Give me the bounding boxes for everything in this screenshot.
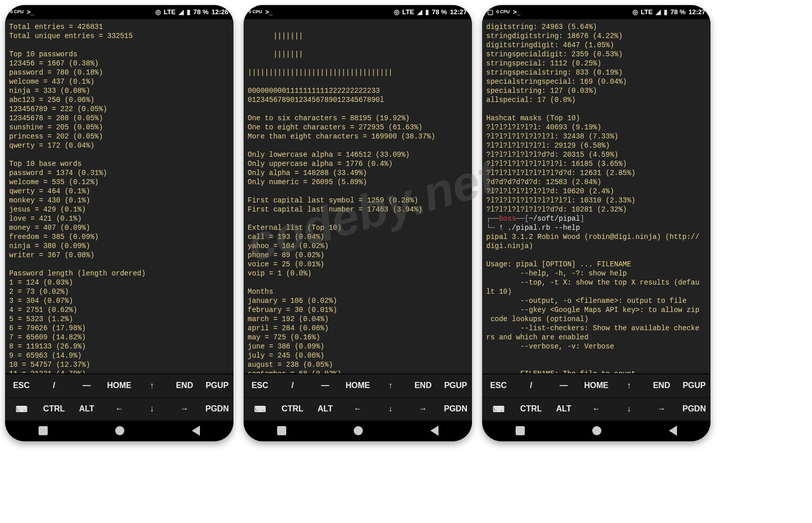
key-esc[interactable]: ESC	[244, 374, 276, 397]
terminal-output[interactable]: digitstring: 24963 (5.64%) stringdigitst…	[482, 19, 710, 373]
term3-body: digitstring: 24963 (5.64%) stringdigitst…	[486, 23, 635, 214]
key-keyboard[interactable]: ⌨	[244, 397, 276, 421]
nav-back-icon[interactable]	[430, 426, 438, 436]
clock: 12:27	[689, 8, 705, 16]
clock: 12:27	[450, 8, 467, 16]
key-left[interactable]: ←	[580, 397, 613, 421]
battery-icon: ▮	[187, 8, 190, 16]
nav-recents-icon[interactable]	[39, 426, 48, 435]
hotspot-icon: ◎	[394, 8, 399, 16]
key-up[interactable]: ↑	[136, 374, 168, 397]
android-nav-bar	[244, 421, 472, 441]
extra-keys: ESC / — HOME ↑ END PGUP ⌨ CTRL ALT ← ↓ →…	[244, 373, 472, 421]
cpu-icon: 0 CPU	[249, 10, 262, 14]
key-pgdn[interactable]: PGDN	[439, 397, 472, 421]
key-pgup[interactable]: PGUP	[678, 374, 710, 397]
key-pgdn[interactable]: PGDN	[678, 397, 710, 421]
status-bar: 0 CPU >_ ◎ LTE ◢ ▮ 78 % 12:27	[244, 5, 472, 19]
term3-help: pipal 3.1.2 Robin Wood (robin@digi.ninja…	[486, 233, 699, 373]
android-nav-bar	[482, 421, 710, 441]
battery-text: 78 %	[670, 8, 686, 16]
key-down[interactable]: ↓	[613, 397, 645, 421]
key-down[interactable]: ↓	[136, 397, 168, 421]
signal-icon: ◢	[179, 8, 184, 16]
prompt-dash: ──[	[516, 215, 529, 223]
hotspot-icon: ◎	[155, 8, 161, 16]
extra-keys: ESC / — HOME ↑ END PGUP ⌨ CTRL ALT ← ↓ →…	[5, 373, 233, 421]
key-pgdn[interactable]: PGDN	[201, 397, 233, 421]
key-left[interactable]: ←	[103, 397, 136, 421]
terminal-icon: >_	[513, 8, 521, 16]
phone-2: 0 CPU >_ ◎ LTE ◢ ▮ 78 % 12:27 ||||||| ||…	[244, 5, 472, 441]
nav-back-icon[interactable]	[192, 426, 200, 436]
android-nav-bar	[5, 421, 233, 441]
cpu-icon: 0 CPU	[496, 10, 510, 14]
screenshot-row: 0 CPU >_ ◎ LTE ◢ ▮ 78 % 12:26 Total entr…	[0, 0, 812, 446]
key-slash[interactable]: /	[38, 374, 70, 397]
terminal-icon: >_	[265, 8, 273, 16]
key-home[interactable]: HOME	[580, 374, 613, 397]
key-home[interactable]: HOME	[342, 374, 374, 397]
signal-icon: ◢	[656, 8, 661, 16]
key-right[interactable]: →	[407, 397, 439, 421]
key-end[interactable]: END	[168, 374, 200, 397]
battery-text: 78 %	[432, 8, 447, 16]
key-ctrl[interactable]: CTRL	[38, 397, 70, 421]
prompt-user: boss	[499, 215, 516, 223]
extra-keys-row-1: ESC / — HOME ↑ END PGUP	[5, 374, 233, 397]
key-ctrl[interactable]: CTRL	[515, 397, 547, 421]
extra-keys-row-1: ESC / — HOME ↑ END PGUP	[482, 374, 710, 397]
key-pgup[interactable]: PGUP	[439, 374, 472, 397]
key-up[interactable]: ↑	[374, 374, 407, 397]
key-right[interactable]: →	[168, 397, 200, 421]
terminal-icon: >_	[27, 8, 35, 16]
key-ctrl[interactable]: CTRL	[276, 397, 309, 421]
key-slash[interactable]: /	[515, 374, 547, 397]
prompt-close: ]	[580, 215, 584, 223]
key-dash[interactable]: —	[548, 374, 580, 397]
key-dash[interactable]: —	[309, 374, 342, 397]
key-end[interactable]: END	[645, 374, 678, 397]
cpu-icon: 0 CPU	[10, 10, 24, 14]
key-home[interactable]: HOME	[103, 374, 136, 397]
nav-back-icon[interactable]	[669, 426, 677, 436]
key-esc[interactable]: ESC	[5, 374, 38, 397]
key-alt[interactable]: ALT	[309, 397, 342, 421]
nav-recents-icon[interactable]	[277, 426, 286, 435]
key-pgup[interactable]: PGUP	[201, 374, 233, 397]
key-slash[interactable]: /	[276, 374, 309, 397]
status-bar: ▢ 0 CPU >_ ◎ LTE ◢ ▮ 78 % 12:27	[482, 5, 710, 19]
key-up[interactable]: ↑	[613, 374, 645, 397]
key-keyboard[interactable]: ⌨	[5, 397, 38, 421]
extra-keys: ESC / — HOME ↑ END PGUP ⌨ CTRL ALT ← ↓ →…	[482, 373, 710, 421]
battery-icon: ▮	[425, 8, 429, 16]
key-right[interactable]: →	[645, 397, 678, 421]
battery-text: 78 %	[193, 8, 209, 16]
extra-keys-row-2: ⌨ CTRL ALT ← ↓ → PGDN	[482, 397, 710, 421]
prompt-marker: !	[495, 224, 507, 232]
extra-keys-row-1: ESC / — HOME ↑ END PGUP	[244, 374, 472, 397]
signal-icon: ◢	[417, 8, 422, 16]
prompt-box-top: ┌──	[486, 215, 499, 223]
key-alt[interactable]: ALT	[548, 397, 580, 421]
lte-label: LTE	[164, 8, 176, 16]
nav-home-icon[interactable]	[115, 426, 124, 435]
key-dash[interactable]: —	[71, 374, 103, 397]
nav-home-icon[interactable]	[592, 426, 601, 435]
lte-label: LTE	[402, 8, 415, 16]
key-end[interactable]: END	[407, 374, 439, 397]
key-left[interactable]: ←	[342, 397, 374, 421]
key-esc[interactable]: ESC	[482, 374, 515, 397]
extra-keys-row-2: ⌨ CTRL ALT ← ↓ → PGDN	[244, 397, 472, 421]
key-down[interactable]: ↓	[374, 397, 407, 421]
nav-home-icon[interactable]	[354, 426, 363, 435]
extra-keys-row-2: ⌨ CTRL ALT ← ↓ → PGDN	[5, 397, 233, 421]
terminal-output[interactable]: Total entries = 426831 Total unique entr…	[5, 19, 233, 373]
hotspot-icon: ◎	[632, 8, 638, 16]
terminal-output[interactable]: ||||||| ||||||| ||||||||||||||||||||||||…	[244, 19, 472, 373]
prompt-path: ~/soft/pipal	[529, 215, 580, 223]
nav-recents-icon[interactable]	[516, 426, 525, 435]
key-alt[interactable]: ALT	[71, 397, 103, 421]
prompt-box-bot: └─	[486, 224, 495, 232]
key-keyboard[interactable]: ⌨	[482, 397, 515, 421]
